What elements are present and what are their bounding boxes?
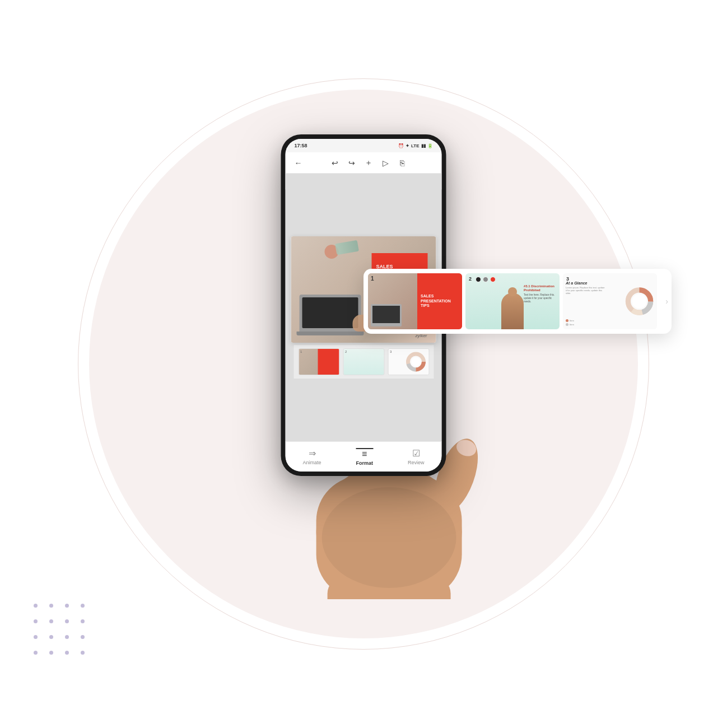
- laptop-base: [297, 332, 364, 335]
- thumb-donut: [406, 352, 426, 372]
- toolbar-left: ←: [293, 158, 304, 168]
- status-time: 17:58: [295, 143, 307, 148]
- donut-chart: [624, 286, 655, 317]
- slide-3-heading: At a Glance: [566, 281, 605, 285]
- brand-label: zylker: [416, 333, 427, 338]
- panel-slide-3-num: 3: [566, 276, 569, 282]
- svg-point-8: [632, 294, 647, 309]
- undo-button[interactable]: ↩: [330, 158, 340, 168]
- panel-next-arrow[interactable]: ›: [665, 297, 668, 306]
- mini-screen: [372, 306, 400, 323]
- thumbnail-3[interactable]: 3: [388, 348, 429, 375]
- slide-popup-panel: 1 SALES PRESENTATION TIPS 2: [364, 269, 672, 334]
- panel-slide-1-title: SALES PRESENTATION TIPS: [421, 294, 459, 308]
- phone-toolbar: ← ↩ ↪ ＋ ▷ ⎘: [286, 152, 442, 174]
- person-head: [508, 287, 517, 296]
- panel-slide-1[interactable]: 1 SALES PRESENTATION TIPS: [368, 273, 462, 329]
- svg-point-3: [411, 357, 420, 366]
- deco-card: [335, 240, 359, 255]
- scene-container: 17:58 ⏰ ✦ LTE ▮▮ 🔋 ← ↩ ↪ ＋ ▷: [167, 112, 560, 616]
- laptop-lid: [300, 295, 361, 333]
- panel-slide-2-content: #3.1 Discrimination Prohibited Text line…: [524, 284, 557, 304]
- animate-icon: ⇒: [309, 448, 316, 459]
- lte-icon: LTE: [411, 143, 420, 148]
- review-label: Review: [408, 460, 425, 465]
- panel-slide-2-person: [501, 293, 524, 329]
- thumbnail-1[interactable]: 1: [298, 348, 339, 375]
- thumb-2-bg: [343, 349, 384, 375]
- redo-button[interactable]: ↪: [347, 158, 357, 168]
- battery-icon: 🔋: [427, 143, 433, 148]
- status-icons: ⏰ ✦ LTE ▮▮ 🔋: [398, 143, 433, 148]
- thumbnails-strip[interactable]: 1 2 3: [293, 345, 434, 379]
- format-label: Format: [356, 460, 373, 466]
- svg-point-22: [322, 487, 456, 588]
- slide-2-heading: #3.1 Discrimination Prohibited: [524, 284, 557, 292]
- dot-grid: [34, 604, 91, 661]
- slide-2-text: Text line here. Replace this. update it …: [524, 293, 557, 304]
- panel-slide-1-red-box: SALES PRESENTATION TIPS: [417, 273, 462, 329]
- thumb-1-red: [318, 349, 339, 375]
- animate-label: Animate: [302, 460, 321, 465]
- thumb-2-num: 2: [345, 350, 347, 353]
- panel-slide-3-content: At a Glance Lorem ipsum. Replace this te…: [566, 281, 605, 295]
- panel-slide-2-num: 2: [469, 276, 472, 282]
- laptop-screen: [302, 297, 358, 328]
- panel-slide-3[interactable]: 3 At a Glance Lorem ipsum. Replace this …: [563, 273, 657, 329]
- panel-slide-2[interactable]: 2 #3.1 Discrimination Prohibited Text li…: [465, 273, 560, 329]
- thumbnail-2[interactable]: 2: [343, 348, 384, 375]
- alarm-icon: ⏰: [398, 143, 404, 148]
- signal-icon: ▮▮: [421, 143, 426, 148]
- tab-review[interactable]: ☑ Review: [399, 446, 434, 468]
- color-circles: [476, 277, 496, 282]
- format-icon: ≡: [362, 449, 367, 459]
- legend: Item Item: [566, 319, 574, 326]
- slide-3-text: Lorem ipsum. Replace this text. update i…: [566, 286, 605, 295]
- mini-laptop: [371, 304, 402, 326]
- panel-slide-1-bg: [368, 273, 420, 329]
- thumb-3-num: 3: [390, 350, 392, 353]
- add-button[interactable]: ＋: [364, 158, 374, 168]
- review-icon: ☑: [412, 448, 420, 459]
- share-button[interactable]: ⎘: [397, 158, 407, 168]
- laptop-illustration: [297, 287, 370, 337]
- status-bar: 17:58 ⏰ ✦ LTE ▮▮ 🔋: [286, 139, 442, 152]
- bluetooth-icon: ✦: [406, 143, 409, 148]
- tab-format[interactable]: ≡ Format: [347, 446, 382, 468]
- play-button[interactable]: ▷: [380, 158, 390, 168]
- thumb-3-bg: [388, 349, 428, 375]
- back-button[interactable]: ←: [293, 158, 304, 168]
- tab-bar: ⇒ Animate ≡ Format ☑ Review: [286, 441, 442, 472]
- thumb-1-num: 1: [300, 350, 302, 353]
- tab-animate[interactable]: ⇒ Animate: [293, 446, 330, 468]
- panel-slide-1-num: 1: [371, 276, 374, 282]
- toolbar-center: ↩ ↪ ＋ ▷ ⎘: [330, 158, 407, 168]
